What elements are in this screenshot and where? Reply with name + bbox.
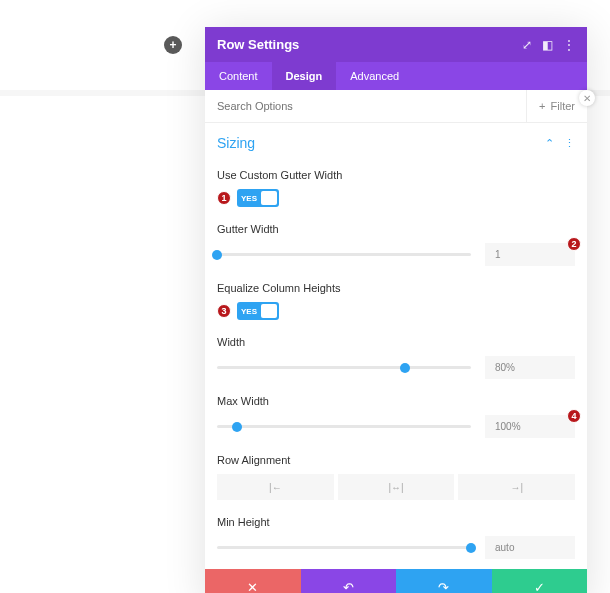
gutter-width-value[interactable]	[485, 243, 575, 266]
max-width-value[interactable]	[485, 415, 575, 438]
field-label: Min Height	[217, 516, 575, 528]
chevron-up-icon: ⌃	[545, 137, 554, 150]
slider-gutter-width[interactable]	[217, 253, 471, 256]
tabs: Content Design Advanced	[205, 62, 587, 90]
cancel-button[interactable]: ✕	[205, 569, 301, 593]
callout-badge-2: 2	[567, 237, 581, 251]
field-label: Row Alignment	[217, 454, 575, 466]
tab-design[interactable]: Design	[272, 62, 337, 90]
align-center-button[interactable]: |↔|	[338, 474, 455, 500]
modal-footer: ✕ ↶ ↷ ✓	[205, 569, 587, 593]
slider-thumb[interactable]	[466, 543, 476, 553]
callout-badge-3: 3	[217, 304, 231, 318]
close-icon[interactable]: ✕	[579, 90, 595, 106]
search-input[interactable]	[205, 90, 526, 122]
field-max-width: Max Width 4	[217, 387, 575, 446]
section-sizing-head[interactable]: Sizing ⌃⋮	[217, 123, 575, 161]
field-label: Width	[217, 336, 575, 348]
snap-icon[interactable]: ◧	[542, 38, 553, 52]
slider-max-width[interactable]	[217, 425, 471, 428]
redo-button[interactable]: ↷	[396, 569, 492, 593]
field-label: Gutter Width	[217, 223, 575, 235]
plus-icon: +	[539, 100, 545, 112]
undo-button[interactable]: ↶	[301, 569, 397, 593]
width-value[interactable]	[485, 356, 575, 379]
min-height-value[interactable]	[485, 536, 575, 559]
slider-thumb[interactable]	[400, 363, 410, 373]
section-title: Sizing	[217, 135, 255, 151]
align-left-button[interactable]: |←	[217, 474, 334, 500]
field-width: Width	[217, 328, 575, 387]
field-use-custom-gutter: Use Custom Gutter Width 1 YES	[217, 161, 575, 215]
field-label: Use Custom Gutter Width	[217, 169, 575, 181]
filter-label: Filter	[551, 100, 575, 112]
slider-thumb[interactable]	[232, 422, 242, 432]
toggle-text: YES	[241, 194, 257, 203]
row-settings-modal: Row Settings ⤢ ◧ ⋮ Content Design Advanc…	[205, 27, 587, 593]
tab-advanced[interactable]: Advanced	[336, 62, 413, 90]
slider-width[interactable]	[217, 366, 471, 369]
expand-icon[interactable]: ⤢	[522, 38, 532, 52]
toggle-text: YES	[241, 307, 257, 316]
filter-button[interactable]: +Filter	[526, 90, 587, 122]
add-button[interactable]: +	[164, 36, 182, 54]
slider-min-height[interactable]	[217, 546, 471, 549]
field-label: Max Width	[217, 395, 575, 407]
callout-badge-4: 4	[567, 409, 581, 423]
search-row: +Filter	[205, 90, 587, 123]
toggle-knob	[261, 304, 277, 318]
modal-title: Row Settings	[217, 37, 299, 52]
field-min-height: Min Height	[217, 508, 575, 567]
modal-body: Sizing ⌃⋮ Use Custom Gutter Width 1 YES …	[205, 123, 587, 569]
align-right-button[interactable]: →|	[458, 474, 575, 500]
tab-content[interactable]: Content	[205, 62, 272, 90]
field-gutter-width: Gutter Width 2	[217, 215, 575, 274]
field-row-alignment: Row Alignment |← |↔| →|	[217, 446, 575, 508]
callout-badge-1: 1	[217, 191, 231, 205]
save-button[interactable]: ✓	[492, 569, 588, 593]
toggle-knob	[261, 191, 277, 205]
toggle-use-custom-gutter[interactable]: YES	[237, 189, 279, 207]
modal-header: Row Settings ⤢ ◧ ⋮ Content Design Advanc…	[205, 27, 587, 90]
toggle-equalize[interactable]: YES	[237, 302, 279, 320]
slider-thumb[interactable]	[212, 250, 222, 260]
menu-icon[interactable]: ⋮	[564, 137, 575, 150]
field-label: Equalize Column Heights	[217, 282, 575, 294]
menu-icon[interactable]: ⋮	[563, 38, 575, 52]
field-equalize: Equalize Column Heights 3 YES	[217, 274, 575, 328]
